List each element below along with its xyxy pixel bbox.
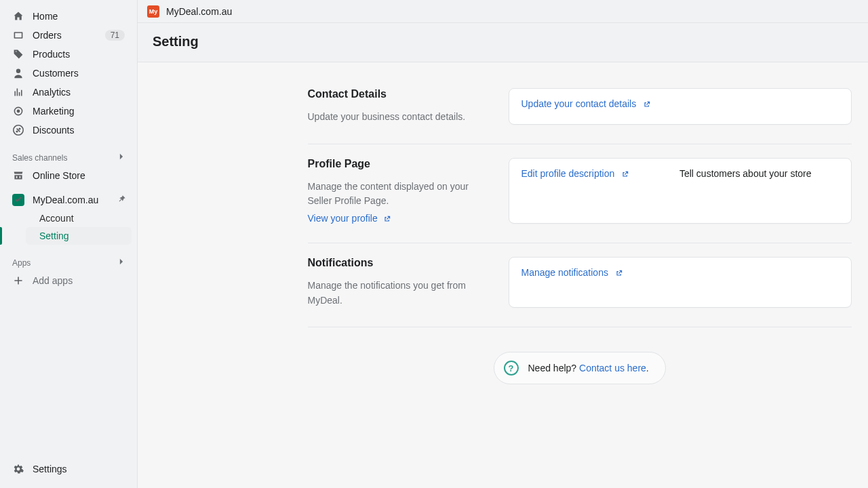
sidebar-item-online-store[interactable]: Online Store <box>5 166 132 185</box>
sidebar-item-label: Discounts <box>33 125 125 136</box>
tag-icon <box>12 48 24 60</box>
profile-card: Edit profile description Tell customers … <box>509 158 852 224</box>
section-description: Manage the content displayed on your Sel… <box>308 180 475 209</box>
section-header: Notifications Manage the notifications y… <box>308 257 475 308</box>
orders-count-badge: 71 <box>105 30 125 41</box>
discount-icon <box>12 124 24 136</box>
page-title: Setting <box>153 34 853 49</box>
store-icon <box>12 169 24 182</box>
external-link-icon <box>643 100 651 108</box>
section-description: Update your business contact details. <box>308 110 475 125</box>
update-contact-link[interactable]: Update your contact details <box>521 98 652 109</box>
sidebar-item-label: Home <box>33 11 125 22</box>
section-profile-page: Profile Page Manage the content displaye… <box>308 144 852 243</box>
section-heading-label: Apps <box>12 258 31 268</box>
sidebar-item-products[interactable]: Products <box>5 45 132 64</box>
sidebar-item-label: MyDeal.com.au <box>33 195 125 205</box>
plus-icon <box>12 274 24 287</box>
subnav-setting[interactable]: Setting <box>26 227 132 245</box>
chevron-right-icon <box>117 152 126 163</box>
sidebar-item-analytics[interactable]: Analytics <box>5 83 132 102</box>
mydeal-subnav: Account Setting <box>5 209 132 245</box>
gear-icon <box>12 463 24 475</box>
sidebar-item-marketing[interactable]: Marketing <box>5 102 132 121</box>
section-notifications: Notifications Manage the notifications y… <box>308 243 852 327</box>
sidebar-item-label: Marketing <box>33 106 125 117</box>
sidebar-item-add-apps[interactable]: Add apps <box>5 271 132 290</box>
page-header: Setting <box>138 23 868 62</box>
sidebar-item-label: Customers <box>33 68 125 79</box>
external-link-icon <box>615 268 623 277</box>
mydeal-app-icon <box>12 194 24 206</box>
mydeal-logo-icon: My <box>147 5 159 18</box>
link-label: View your profile <box>308 213 378 224</box>
sidebar-item-customers[interactable]: Customers <box>5 64 132 83</box>
section-title: Contact Details <box>308 88 475 100</box>
sidebar-item-label: Products <box>33 49 125 60</box>
nav-channels: Online Store MyDeal.com.au Account Setti… <box>0 166 137 245</box>
sidebar-item-label: Settings <box>33 464 125 474</box>
sidebar: Home Orders 71 Products Customers <box>0 0 138 488</box>
section-title: Notifications <box>308 257 475 269</box>
main: My MyDeal.com.au Setting Contact Details… <box>138 0 868 488</box>
person-icon <box>12 67 24 79</box>
app-name: MyDeal.com.au <box>166 6 232 17</box>
help-suffix: . <box>646 363 649 373</box>
subnav-label: Account <box>39 213 125 224</box>
section-title: Profile Page <box>308 158 475 170</box>
help-text: Need help? Contact us here. <box>528 363 649 373</box>
subnav-label: Setting <box>39 230 125 241</box>
link-label: Update your contact details <box>521 98 637 109</box>
sidebar-bottom: Settings <box>0 460 137 488</box>
contact-card: Update your contact details <box>509 88 852 125</box>
subnav-account[interactable]: Account <box>26 209 132 227</box>
sidebar-item-settings[interactable]: Settings <box>5 460 132 479</box>
nav-apps: Add apps <box>0 271 137 290</box>
settings-wrap: Contact Details Update your business con… <box>155 70 852 384</box>
content: Contact Details Update your business con… <box>138 62 868 488</box>
external-link-icon <box>383 214 391 222</box>
section-header: Profile Page Manage the content displaye… <box>308 158 475 224</box>
external-link-icon <box>621 169 629 178</box>
help-icon: ? <box>504 361 519 375</box>
analytics-icon <box>12 86 24 98</box>
section-header: Contact Details Update your business con… <box>308 88 475 125</box>
section-contact-details: Contact Details Update your business con… <box>308 75 852 144</box>
sidebar-item-mydeal[interactable]: MyDeal.com.au <box>5 190 132 209</box>
manage-notifications-link[interactable]: Manage notifications <box>521 267 623 278</box>
help-prefix: Need help? <box>528 363 580 373</box>
sidebar-item-label: Add apps <box>33 275 125 286</box>
link-label: Edit profile description <box>521 168 615 179</box>
sidebar-item-label: Analytics <box>33 87 125 98</box>
notifications-card: Manage notifications <box>509 257 852 308</box>
help-callout: ? Need help? Contact us here. <box>494 352 666 384</box>
sidebar-item-orders[interactable]: Orders 71 <box>5 26 132 45</box>
section-heading-label: Sales channels <box>12 153 67 163</box>
view-profile-link[interactable]: View your profile <box>308 213 391 224</box>
chevron-right-icon <box>117 257 126 268</box>
profile-card-desc: Tell customers about your store <box>679 168 812 179</box>
pin-icon[interactable] <box>117 195 126 205</box>
section-description: Manage the notifications you get from My… <box>308 279 475 308</box>
nav-primary: Home Orders 71 Products Customers <box>0 7 137 140</box>
sales-channels-heading[interactable]: Sales channels <box>0 140 137 166</box>
sidebar-item-label: Online Store <box>33 170 125 181</box>
target-icon <box>12 105 24 117</box>
sidebar-item-discounts[interactable]: Discounts <box>5 121 132 140</box>
apps-heading[interactable]: Apps <box>0 245 137 271</box>
home-icon <box>12 10 24 22</box>
link-label: Manage notifications <box>521 267 608 278</box>
topbar: My MyDeal.com.au <box>138 0 868 23</box>
sidebar-item-label: Orders <box>33 30 97 41</box>
inbox-icon <box>12 29 24 41</box>
sidebar-item-home[interactable]: Home <box>5 7 132 26</box>
contact-us-link[interactable]: Contact us here <box>579 363 646 373</box>
edit-profile-link[interactable]: Edit profile description <box>521 168 630 179</box>
